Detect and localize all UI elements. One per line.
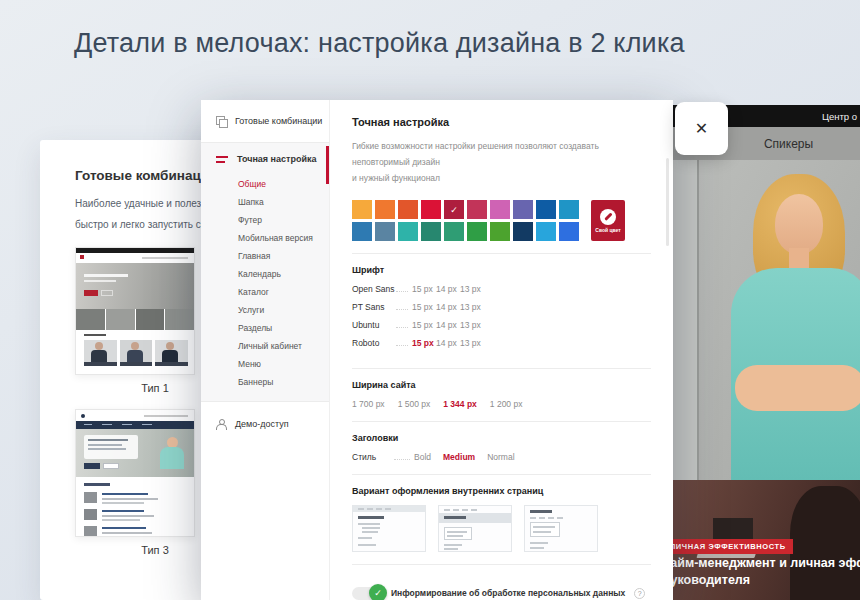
modal-main: Точная настройка Гибкие возможности наст… [330,100,673,600]
font-options: Open Sans15 px14 px13 pxPT Sans15 px14 p… [352,284,651,356]
active-indicator [326,146,329,184]
sidebar-item-label: Готовые комбинации [235,116,322,126]
personal-data-row: ✓ Информирование об обработке персональн… [352,578,651,600]
divider [352,474,651,475]
font-size-option[interactable]: 13 px [460,284,484,294]
sidebar-subitem[interactable]: Каталог [201,283,329,301]
settings-description-line1: Гибкие возможности настройки решения поз… [352,138,651,170]
layout-variant-2[interactable] [438,505,512,552]
sidebar-item-ready-combinations[interactable]: Готовые комбинации [201,100,329,142]
color-swatch[interactable] [398,200,418,219]
sidebar-subitem[interactable]: Баннеры [201,373,329,391]
color-swatch[interactable] [375,222,395,241]
tune-icon [216,155,228,164]
color-palette: ✓ Свой цвет [352,200,651,241]
category-badge: ЛИЧНАЯ ЭФФЕКТИВНОСТЬ [673,539,793,554]
headings-section-heading: Заголовки [352,433,651,443]
sidebar-subitems: ОбщиеШапкаФутерМобильная версияГлавнаяКа… [201,175,329,391]
site-thumbnail-type3[interactable] [75,409,195,537]
font-size-option[interactable]: 14 px [436,320,460,330]
font-size-option[interactable]: 13 px [460,302,484,312]
thumb1-speakers-row [84,340,188,366]
thumb3-news-row [84,492,188,506]
site-width-option[interactable]: 1 500 px [398,399,431,409]
sidebar-subitem[interactable]: Шапка [201,193,329,211]
dotted-leader [396,321,408,328]
heading-style-option[interactable]: Normal [487,452,514,462]
layout-variant-1[interactable] [352,505,426,552]
page: Детали в мелочах: настройка дизайна в 2 … [0,0,860,600]
close-button[interactable]: ✕ [675,102,728,155]
font-size-option[interactable]: 15 px [412,284,436,294]
dotted-leader [396,285,408,292]
site-width-option[interactable]: 1 344 px [443,399,477,409]
color-swatch[interactable] [352,200,372,219]
sidebar-subitem[interactable]: Мобильная версия [201,229,329,247]
modal-scrollbar[interactable] [666,158,669,246]
color-swatch[interactable] [490,222,510,241]
font-size-option[interactable]: 14 px [436,284,460,294]
sidebar-subitem[interactable]: Общие [201,175,329,193]
font-size-option[interactable]: 13 px [460,320,484,330]
color-swatch[interactable] [352,222,372,241]
font-size-option[interactable]: 13 px [460,338,484,348]
font-size-option[interactable]: 14 px [436,302,460,312]
sidebar-subitem[interactable]: Услуги [201,301,329,319]
font-size-option[interactable]: 15 px [412,320,436,330]
site-width-option[interactable]: 1 200 px [490,399,523,409]
sidebar-item-demo-access[interactable]: Демо-доступ [201,402,329,446]
sidebar-subitem[interactable]: Календарь [201,265,329,283]
personal-data-label: Информирование об обработке персональных… [391,588,625,598]
font-row: Open Sans15 px14 px13 px [352,284,651,302]
color-swatch[interactable] [421,222,441,241]
help-icon[interactable]: ? [634,588,645,599]
color-swatch[interactable] [444,222,464,241]
divider [352,368,651,369]
font-name: Ubuntu [352,320,396,330]
width-section-heading: Ширина сайта [352,380,651,390]
dotted-leader [396,303,408,310]
color-swatch[interactable] [398,222,418,241]
color-swatch[interactable] [467,200,487,219]
color-swatch[interactable] [467,222,487,241]
sidebar-subitem[interactable]: Личный кабинет [201,337,329,355]
thumb3-news-row [84,526,188,537]
background-site-topbar-text: Центр о [822,111,857,122]
color-swatch[interactable] [559,222,579,241]
site-thumbnail-type1[interactable] [75,247,195,375]
color-swatch[interactable] [490,200,510,219]
thumb1-collage [76,309,194,330]
sidebar-subitem[interactable]: Разделы [201,319,329,337]
font-name: Roboto [352,338,396,348]
divider [352,421,651,422]
custom-color-button[interactable]: Свой цвет [591,200,625,241]
font-name: Open Sans [352,284,396,294]
heading-style-row: Стиль BoldMediumNormal [352,452,651,462]
personal-data-toggle[interactable]: ✓ [352,587,382,600]
color-swatch[interactable] [421,200,441,219]
layout-variant-3[interactable] [524,505,598,552]
font-size-option[interactable]: 15 px [412,302,436,312]
thumb3-news-row [84,509,188,523]
color-swatch[interactable] [513,222,533,241]
tab-speakers[interactable]: Спикеры [764,137,813,151]
sidebar-subitem[interactable]: Главная [201,247,329,265]
color-swatch[interactable] [513,200,533,219]
site-width-option[interactable]: 1 700 px [352,399,385,409]
page-title: Детали в мелочах: настройка дизайна в 2 … [74,28,685,59]
font-size-option[interactable]: 15 px [412,338,436,348]
color-swatch[interactable] [375,200,395,219]
thumb1-topbar [76,248,194,253]
sidebar-item-fine-settings[interactable]: Точная настройка [201,143,329,175]
heading-style-option[interactable]: Bold [414,452,431,462]
color-swatch[interactable] [536,200,556,219]
sidebar-subitem[interactable]: Футер [201,211,329,229]
color-swatch[interactable] [536,222,556,241]
sidebar-subitem[interactable]: Меню [201,355,329,373]
font-name: PT Sans [352,302,396,312]
color-swatch[interactable]: ✓ [444,200,464,219]
font-size-option[interactable]: 14 px [436,338,460,348]
heading-style-option[interactable]: Medium [443,452,475,462]
thumb3-hero [76,429,194,477]
color-swatch[interactable] [559,200,579,219]
